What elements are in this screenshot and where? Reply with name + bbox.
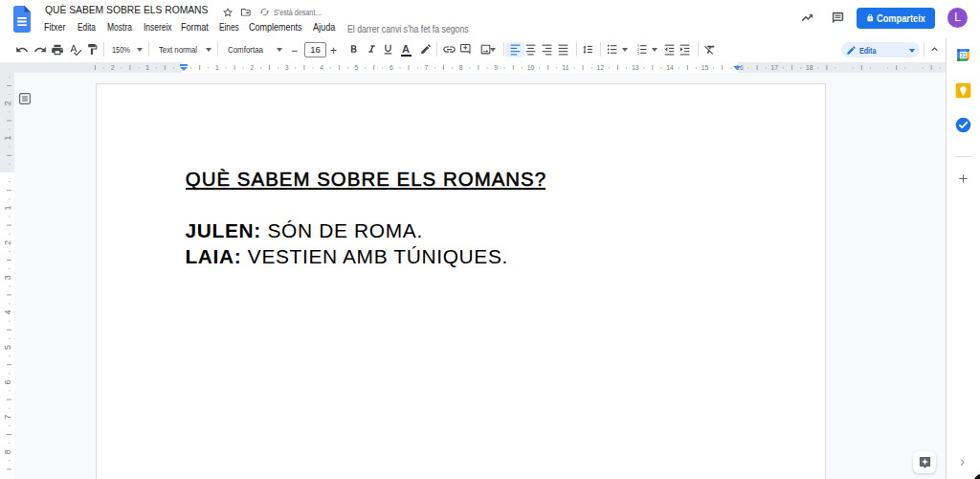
svg-text:2: 2 [111, 64, 115, 71]
svg-text:6: 6 [3, 379, 12, 384]
svg-text:2: 2 [3, 240, 12, 245]
svg-text:31: 31 [960, 52, 968, 58]
svg-text:18: 18 [806, 64, 813, 71]
svg-text:15: 15 [702, 64, 709, 71]
svg-text:5: 5 [3, 345, 12, 350]
svg-text:4: 4 [320, 64, 323, 71]
svg-text:5: 5 [355, 64, 359, 71]
svg-text:7: 7 [424, 64, 428, 71]
svg-text:12: 12 [597, 64, 605, 71]
svg-text:13: 13 [632, 64, 639, 71]
svg-text:8: 8 [459, 64, 463, 71]
svg-text:7: 7 [3, 415, 12, 420]
svg-text:3: 3 [285, 64, 289, 71]
svg-text:1: 1 [145, 64, 149, 71]
svg-text:8: 8 [3, 449, 12, 454]
svg-text:10: 10 [527, 64, 535, 71]
svg-text:2: 2 [3, 101, 12, 105]
svg-text:3: 3 [637, 51, 640, 56]
svg-text:11: 11 [562, 64, 568, 71]
svg-text:1: 1 [3, 136, 12, 141]
svg-text:1: 1 [215, 64, 219, 71]
svg-text:1: 1 [3, 205, 12, 210]
svg-text:3: 3 [3, 275, 12, 280]
svg-text:6: 6 [390, 64, 393, 71]
svg-text:14: 14 [666, 64, 674, 71]
svg-text:17: 17 [771, 64, 779, 71]
svg-text:9: 9 [494, 64, 498, 71]
svg-text:2: 2 [250, 64, 254, 71]
svg-text:4: 4 [3, 310, 12, 315]
